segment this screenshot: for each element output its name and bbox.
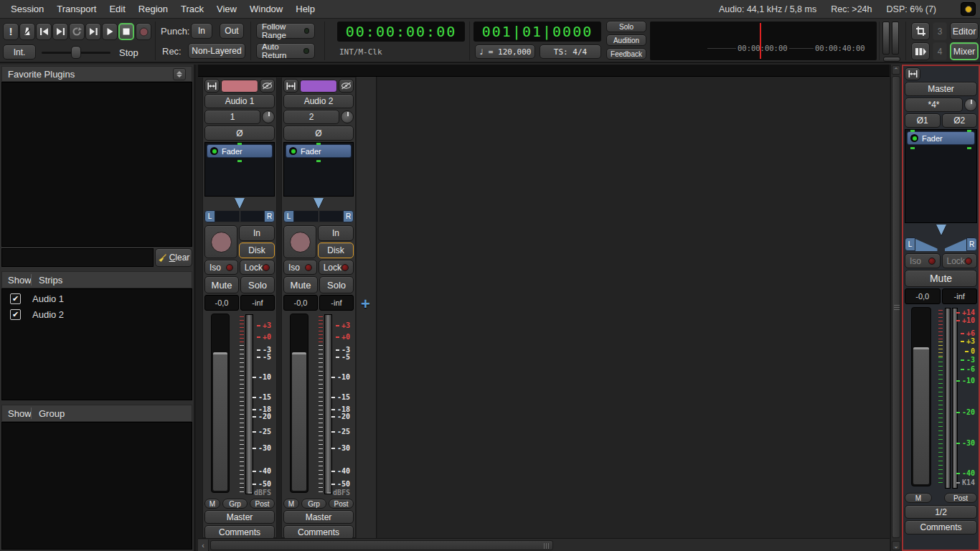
- metering-point-button[interactable]: Post: [329, 499, 354, 509]
- favorites-expander-button[interactable]: [173, 68, 186, 80]
- peak-display[interactable]: -inf: [319, 295, 354, 311]
- stop-button[interactable]: [118, 23, 134, 40]
- strip-output-button[interactable]: Master: [283, 510, 354, 524]
- plugin-search-input[interactable]: [1, 248, 154, 267]
- strip-hide-button[interactable]: [339, 79, 354, 93]
- audition-indicator-button[interactable]: Audition: [606, 34, 646, 46]
- strip-list-row[interactable]: ✔Audio 2: [2, 306, 192, 322]
- menu-item[interactable]: View: [210, 4, 243, 14]
- solo-lock-button[interactable]: Lock: [942, 253, 978, 268]
- fader-processor[interactable]: Fader: [207, 144, 273, 158]
- fader-processor[interactable]: Fader: [286, 144, 352, 158]
- strip-output-button[interactable]: 1/2: [905, 505, 977, 519]
- gain-fader[interactable]: [290, 314, 308, 493]
- add-strip-button[interactable]: +: [361, 298, 370, 311]
- empty-strip-area[interactable]: [377, 77, 890, 538]
- pan-control[interactable]: L R: [283, 198, 354, 224]
- loop-button[interactable]: [69, 23, 85, 40]
- strip-input-button[interactable]: 2: [283, 110, 339, 124]
- goto-start-button[interactable]: [36, 23, 52, 40]
- trim-knob[interactable]: [964, 98, 977, 111]
- punch-in-button[interactable]: In: [191, 23, 212, 39]
- monitor-disk-button[interactable]: Disk: [318, 242, 354, 258]
- strip-output-button[interactable]: Master: [204, 510, 275, 524]
- group-button[interactable]: Grp: [301, 499, 326, 509]
- auto-return-button[interactable]: Auto Return: [256, 43, 315, 59]
- mute-button[interactable]: Mute: [905, 270, 977, 287]
- metering-point-button[interactable]: Post: [944, 493, 977, 503]
- menu-item[interactable]: Help: [289, 4, 321, 14]
- gain-display[interactable]: -0,0: [905, 288, 941, 304]
- peak-display[interactable]: -inf: [240, 295, 275, 311]
- strip-color-swatch[interactable]: [221, 80, 258, 93]
- gain-display[interactable]: -0,0: [283, 295, 318, 311]
- strip-visible-checkbox[interactable]: ✔: [10, 309, 21, 320]
- peak-display[interactable]: -inf: [942, 288, 978, 304]
- solo-lock-button[interactable]: Lock: [240, 260, 275, 275]
- play-button[interactable]: [102, 23, 118, 40]
- phase-invert-2-button[interactable]: Ø2: [942, 113, 978, 128]
- error-log-button[interactable]: [961, 2, 976, 16]
- mixer-window-button[interactable]: [911, 42, 930, 60]
- menu-item[interactable]: Region: [132, 4, 174, 14]
- scroll-up-arrow[interactable]: ⌃: [892, 65, 900, 75]
- play-range-button[interactable]: [85, 23, 101, 40]
- scroll-down-arrow[interactable]: ⌄: [892, 541, 900, 550]
- record-mode-button[interactable]: Non-Layered: [188, 43, 245, 59]
- fader-handle[interactable]: [213, 352, 227, 491]
- vertical-scrollbar[interactable]: ⌃ ⌄: [890, 65, 901, 551]
- monitor-disk-button[interactable]: Disk: [239, 242, 275, 258]
- processor-led[interactable]: [910, 134, 918, 142]
- editor-window-button[interactable]: [911, 22, 930, 40]
- comments-button[interactable]: Comments: [283, 525, 354, 540]
- editor-tab-button[interactable]: Editor: [950, 22, 979, 40]
- record-enable-button[interactable]: [204, 225, 237, 258]
- strip-input-button[interactable]: *4*: [905, 98, 963, 112]
- menu-item[interactable]: Edit: [103, 4, 131, 14]
- strip-width-button[interactable]: [283, 79, 298, 93]
- groups-list[interactable]: [1, 422, 192, 550]
- monitor-dim-button[interactable]: [883, 57, 900, 62]
- fader-handle[interactable]: [913, 347, 929, 484]
- solo-button[interactable]: Solo: [319, 276, 354, 293]
- comments-button[interactable]: Comments: [905, 520, 977, 534]
- solo-indicator-button[interactable]: Solo: [606, 21, 646, 32]
- pan-track[interactable]: [294, 210, 343, 222]
- scroll-left-arrow[interactable]: ‹: [198, 540, 209, 551]
- shuttle-handle[interactable]: [71, 46, 81, 59]
- processor-box[interactable]: Fader: [905, 129, 977, 223]
- trim-knob[interactable]: [262, 110, 275, 123]
- primary-clock[interactable]: 00:00:00:00: [337, 22, 465, 42]
- phase-invert-button[interactable]: Ø: [283, 126, 354, 141]
- strip-input-button[interactable]: 1: [204, 110, 260, 124]
- horizontal-scrollbar[interactable]: ‹: [198, 538, 890, 551]
- phase-invert-button[interactable]: Ø: [204, 126, 275, 141]
- gain-display[interactable]: -0,0: [204, 295, 239, 311]
- phase-invert-1-button[interactable]: Ø1: [905, 113, 941, 128]
- time-signature-button[interactable]: TS: 4/4: [540, 44, 601, 59]
- fader-handle[interactable]: [292, 352, 306, 491]
- solo-iso-button[interactable]: Iso: [204, 260, 238, 275]
- solo-iso-button[interactable]: Iso: [283, 260, 317, 275]
- strip-width-button[interactable]: [204, 79, 220, 93]
- pan-handle-icon[interactable]: [235, 198, 245, 209]
- record-enable-button[interactable]: [283, 225, 316, 258]
- horizontal-scroll-thumb[interactable]: [210, 540, 553, 550]
- fader-processor[interactable]: Fader: [907, 131, 975, 145]
- pan-control[interactable]: L R: [204, 198, 275, 224]
- trim-knob[interactable]: [341, 110, 354, 123]
- strip-name-button[interactable]: Audio 1: [204, 94, 275, 108]
- tempo-button[interactable]: ♩ = 120,000: [475, 44, 535, 59]
- menu-item[interactable]: Session: [4, 4, 50, 14]
- strip-name-button[interactable]: Master: [905, 82, 977, 96]
- favorite-plugins-header[interactable]: Favorite Plugins: [1, 66, 192, 82]
- solo-iso-button[interactable]: Iso: [905, 253, 941, 268]
- menu-item[interactable]: Track: [174, 4, 210, 14]
- shuttle-speed-control[interactable]: [42, 46, 110, 59]
- strip-visible-checkbox[interactable]: ✔: [10, 293, 21, 304]
- comments-button[interactable]: Comments: [204, 525, 275, 540]
- strip-list-row[interactable]: ✔Audio 1: [2, 291, 192, 306]
- mute-button[interactable]: Mute: [283, 276, 318, 293]
- solo-button[interactable]: Solo: [240, 276, 275, 293]
- punch-out-button[interactable]: Out: [220, 23, 244, 39]
